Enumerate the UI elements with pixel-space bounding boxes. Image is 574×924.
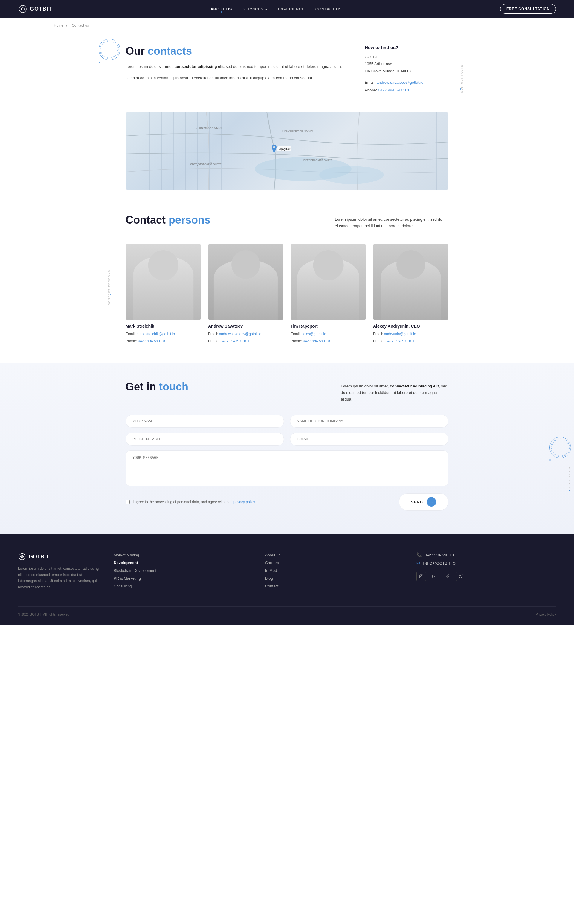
svg-point-9	[421, 576, 422, 577]
breadcrumb-home[interactable]: Home	[54, 23, 63, 27]
badge-svg-left: • CONSULTING & SERVICES FOR BLOCKCHAIN	[99, 39, 120, 60]
youtube-icon[interactable]	[430, 572, 439, 581]
find-us-contact: Email: andrew.savateev@gotbit.io Phone: …	[365, 79, 448, 94]
person-email-2[interactable]: andrewsavateev@gotbit.io	[219, 332, 262, 336]
touch-title: Get in touch	[126, 380, 188, 393]
footer-link-blockchain[interactable]: Blockchain Development	[114, 568, 253, 573]
footer-top: GOTBIT Lorem ipsum dolor sit amet, conse…	[18, 552, 556, 591]
badge-dot-left	[99, 61, 100, 63]
footer-link-about[interactable]: About us	[265, 552, 405, 557]
badge-svg-right: • CONSULTING & SERVICES FOR BLOCKCHAIN	[550, 437, 571, 458]
map-section[interactable]: Иркутск ЛЕНИНСКИЙ ОКРУГ ПРАВОБЕРЕЖНЫЙ ОК…	[126, 112, 448, 190]
footer-copyright: © 2021 GOTBIT. All rights reserved.	[18, 612, 70, 616]
nav-services[interactable]: SERVICES ▾	[243, 7, 267, 11]
person-phone-2[interactable]: 0427 994 590 101.	[220, 339, 250, 343]
send-button[interactable]: SEND →	[399, 493, 448, 511]
footer-privacy-link[interactable]: Privacy Policy	[536, 612, 556, 616]
contacts-left: Our contacts Lorem ipsum dolor sit amet,…	[126, 45, 347, 94]
footer-link-blog[interactable]: Blog	[265, 576, 405, 580]
person-email-4[interactable]: andryunin@gotbit.io	[384, 332, 416, 336]
side-badge-right: • CONSULTING & SERVICES FOR BLOCKCHAIN	[549, 437, 571, 460]
email-icon: ✉	[416, 561, 420, 566]
footer-link-development[interactable]: Development	[114, 560, 253, 565]
svg-text:• CONSULTING & SERVICES FOR BL: • CONSULTING & SERVICES FOR BLOCKCHAIN	[550, 437, 570, 457]
consultation-button[interactable]: FREE CONSULTATION	[500, 4, 556, 14]
form-row-2	[126, 432, 448, 446]
nav-contact-us[interactable]: CONTACT US	[315, 7, 342, 11]
nav-experience[interactable]: EXPERIENCE	[278, 7, 304, 11]
footer-logo-icon	[18, 552, 26, 561]
map-label-1: ЛЕНИНСКИЙ ОКРУГ	[197, 126, 223, 129]
side-label-persons: Contact persons	[108, 270, 110, 305]
person-name-4: Alexey Andryunin, CEO	[373, 324, 448, 328]
footer-col-services: Market Making Development Blockchain Dev…	[114, 552, 253, 591]
footer-link-careers[interactable]: Careers	[265, 560, 405, 565]
navbar: GOTBIT ABOUT US SERVICES ▾ EXPERIENCE CO…	[0, 0, 574, 18]
footer-link-inmed[interactable]: In Med	[265, 568, 405, 573]
person-phone-3[interactable]: 0427 994 590 101	[303, 339, 332, 343]
contact-phone-row: Phone: 0427 994 590 101	[365, 87, 448, 94]
persons-desc: Lorem ipsum dolor sit amet, consectetur …	[335, 216, 448, 229]
instagram-icon[interactable]	[416, 572, 426, 581]
contact-phone[interactable]: 0427 994 590 101	[378, 88, 410, 92]
person-contact-4: Email: andryunin@gotbit.io Phone: 0427 9…	[373, 330, 448, 345]
map-label-2: ПРАВОБЕРЕЖНЫЙ ОКРУГ	[281, 129, 315, 132]
person-card-1: Mark Strelchik Email: mark.strelchik@got…	[126, 244, 201, 345]
map-city-label: Иркутск	[278, 147, 292, 151]
person-silhouette-4	[373, 244, 448, 320]
person-photo-1	[126, 244, 201, 320]
person-phone-1[interactable]: 0427 994 590 101	[138, 339, 167, 343]
footer-col-contact: 📞 0427 994 590 101 ✉ INFO@GOTBIT.IO	[416, 552, 556, 591]
person-name-1: Mark Strelchik	[126, 324, 201, 328]
privacy-link[interactable]: privacy policy	[233, 500, 255, 504]
contact-email[interactable]: andrew.savateev@gotbit.io	[377, 80, 423, 85]
person-email-3[interactable]: sales@gotbit.io	[302, 332, 326, 336]
footer-link-contact[interactable]: Contact	[265, 583, 405, 588]
contacts-desc1: Lorem ipsum dolor sit amet, consectetur …	[126, 63, 347, 70]
persons-title: Contact persons	[126, 214, 210, 226]
person-silhouette-1	[126, 244, 201, 320]
name-input[interactable]	[126, 415, 284, 428]
company-input[interactable]	[290, 415, 448, 428]
person-card-2: Andrew Savateev Email: andrewsavateev@go…	[208, 244, 284, 345]
phone-input[interactable]	[126, 432, 284, 446]
nav-menu: ABOUT US SERVICES ▾ EXPERIENCE CONTACT U…	[210, 7, 342, 11]
nav-about-us[interactable]: ABOUT US	[210, 7, 232, 11]
privacy-checkbox-label: I agree to the processing of personal da…	[126, 500, 255, 504]
footer-link-consulting[interactable]: Consulting	[114, 583, 253, 588]
footer-link-market-making[interactable]: Market Making	[114, 552, 253, 557]
footer-col-company: About us Careers In Med Blog Contact	[265, 552, 405, 591]
logo-icon	[18, 4, 27, 14]
persons-section: Contact persons Contact persons Lorem ip…	[126, 208, 448, 363]
contacts-right: How to find us? GOTBIT. 1055 Arthur ave …	[365, 45, 448, 94]
footer-company-list: About us Careers In Med Blog Contact	[265, 552, 405, 588]
person-card-4: Alexey Andryunin, CEO Email: andryunin@g…	[373, 244, 448, 345]
facebook-icon[interactable]	[443, 572, 452, 581]
footer-link-pr[interactable]: PR & Marketing	[114, 576, 253, 580]
breadcrumb: Home / Contact us	[0, 18, 574, 33]
form-row-1	[126, 415, 448, 428]
person-silhouette-2	[208, 244, 284, 320]
message-input[interactable]	[126, 451, 448, 486]
person-email-1[interactable]: mark.strelchik@gotbit.io	[137, 332, 175, 336]
email-input[interactable]	[290, 432, 448, 446]
badge-dot-right	[549, 459, 551, 460]
privacy-checkbox[interactable]	[126, 500, 130, 504]
twitter-icon[interactable]	[456, 572, 465, 581]
footer-logo[interactable]: GOTBIT	[18, 552, 102, 561]
person-silhouette-3	[290, 244, 366, 320]
person-name-3: Tim Rapoport	[290, 324, 366, 328]
svg-point-10	[422, 576, 423, 576]
find-us-address: GOTBIT. 1055 Arthur ave Elk Grove Villag…	[365, 54, 448, 74]
logo[interactable]: GOTBIT	[18, 4, 52, 14]
person-name-2: Andrew Savateev	[208, 324, 284, 328]
contact-form: I agree to the processing of personal da…	[126, 415, 448, 511]
contact-email-row: Email: andrew.savateev@gotbit.io	[365, 79, 448, 87]
person-contact-3: Email: sales@gotbit.io Phone: 0427 994 5…	[290, 330, 366, 345]
map-pin[interactable]	[271, 145, 278, 154]
person-card-3: Tim Rapoport Email: sales@gotbit.io Phon…	[290, 244, 366, 345]
contacts-section: • CONSULTING & SERVICES FOR BLOCKCHAIN O…	[126, 33, 448, 112]
persons-grid: Mark Strelchik Email: mark.strelchik@got…	[126, 244, 448, 345]
logo-text: GOTBIT	[30, 6, 52, 12]
person-phone-4[interactable]: 0427 994 590 101	[385, 339, 414, 343]
